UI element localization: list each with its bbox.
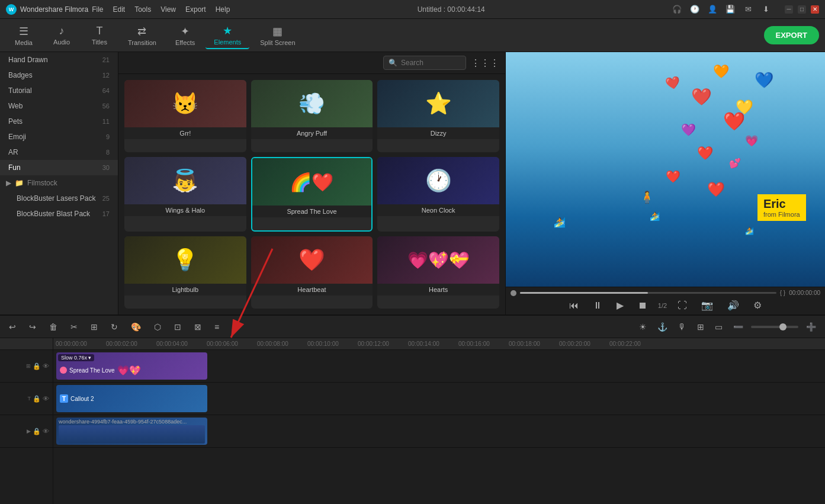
sidebar-item-ar[interactable]: AR 8 [0, 145, 118, 160]
toolbar-elements[interactable]: ★ Elements [206, 22, 249, 49]
redo-button[interactable]: ↪ [26, 321, 39, 333]
toolbar-audio[interactable]: ♪ Audio [44, 23, 79, 48]
progress-handle[interactable] [511, 290, 516, 296]
export-button[interactable]: EXPORT [764, 26, 819, 44]
menu-export[interactable]: Export [185, 5, 206, 14]
text-track-lock[interactable]: 🔒 [33, 395, 41, 403]
thumb-heartbeat: ❤️ [251, 236, 373, 284]
sidebar-count-ar: 8 [106, 149, 110, 156]
menu-view[interactable]: View [160, 5, 176, 14]
mic-button[interactable]: 🎙 [675, 321, 689, 333]
screenshot-button[interactable]: 📷 [698, 298, 717, 312]
menu-edit[interactable]: Edit [113, 5, 126, 14]
mail-icon[interactable]: ✉ [743, 5, 753, 14]
profile-icon[interactable]: 👤 [708, 5, 717, 14]
toolbar-media[interactable]: ☰ Media [6, 23, 41, 49]
volume-button[interactable]: 🔊 [724, 298, 743, 312]
sidebar-item-blockbuster-blast[interactable]: BlockBuster Blast Pack 17 [0, 206, 118, 221]
grid-item-grr[interactable]: 😾 Grr! [124, 80, 246, 152]
zoom-in-button[interactable]: ➕ [803, 321, 819, 333]
overlay-button[interactable]: ▭ [712, 321, 726, 333]
grid-item-wings-halo[interactable]: 👼 Wings & Halo [124, 157, 246, 232]
grid-item-hearts[interactable]: 💗💖💝 Hearts [377, 236, 499, 309]
folder-icon: 📁 [15, 179, 24, 187]
label-spread-love: Spread The Love [252, 206, 372, 217]
effects-clip[interactable]: Slow 0.76x ▾ Spread The Love 💗💖 [56, 352, 207, 380]
grid-item-heartbeat[interactable]: ❤️ Heartbeat [251, 236, 373, 309]
toolbar-titles[interactable]: T Titles [82, 23, 117, 48]
crop-button[interactable]: ⊞ [88, 321, 101, 333]
label-lightbulb: Lightbulb [124, 284, 246, 296]
anchor-button[interactable]: ⚓ [654, 321, 670, 333]
sidebar-item-emoji[interactable]: Emoji 9 [0, 129, 118, 145]
effects-track-lock[interactable]: 🔒 [33, 362, 41, 370]
effects-track-eye[interactable]: 👁 [43, 362, 49, 370]
clock-icon[interactable]: 🕐 [690, 5, 699, 14]
sidebar-item-badges[interactable]: Badges 12 [0, 68, 118, 83]
grid-item-neon-clock[interactable]: 🕐 Neon Clock [377, 157, 499, 232]
video-track-eye[interactable]: 👁 [43, 428, 49, 435]
zoom-out-button[interactable]: ➖ [730, 321, 746, 333]
transform-button[interactable]: ⊡ [171, 321, 184, 333]
stop-button[interactable]: ⏹ [634, 299, 651, 312]
sidebar-item-web[interactable]: Web 56 [0, 98, 118, 114]
video-track-lock[interactable]: 🔒 [33, 428, 41, 435]
grid-item-lightbulb[interactable]: 💡 Lightbulb [124, 236, 246, 309]
label-wings-halo: Wings & Halo [124, 204, 246, 216]
grid-item-dizzy[interactable]: ⭐ Dizzy [377, 80, 499, 152]
minimize-button[interactable]: ─ [785, 5, 793, 14]
heart-10: 💕 [729, 158, 741, 169]
play-pause-button[interactable]: ⏸ [589, 299, 606, 312]
grid-item-angry-puff[interactable]: 💨 Angry Puff [251, 80, 373, 152]
delete-button[interactable]: 🗑 [46, 321, 60, 333]
toolbar-splitscreen[interactable]: ▦ Split Screen [252, 23, 303, 49]
zoom-handle[interactable] [779, 323, 787, 330]
cut-button[interactable]: ✂ [68, 321, 81, 333]
save-icon[interactable]: 💾 [726, 5, 735, 14]
settings-button[interactable]: ⚙ [750, 298, 765, 312]
sidebar-item-blockbuster-lasers[interactable]: BlockBuster Lasers Pack 25 [0, 191, 118, 206]
sidebar-count-tutorial: 64 [102, 87, 110, 94]
toolbar-effects[interactable]: ✦ Effects [167, 23, 203, 49]
play-button[interactable]: ▶ [613, 298, 627, 312]
headset-icon[interactable]: 🎧 [672, 5, 682, 14]
video-clip[interactable]: wondershare-4994fb7-feaa-459b-954f-27c50… [56, 418, 207, 445]
fit-button[interactable]: ⊠ [191, 321, 204, 333]
fullscreen-button[interactable]: ⛶ [674, 299, 691, 312]
sidebar-item-tutorial[interactable]: Tutorial 64 [0, 83, 118, 98]
adjust-button[interactable]: ≡ [211, 321, 222, 333]
caption-button[interactable]: ⊞ [694, 321, 707, 333]
preview-callout: Eric from Filmora [757, 194, 806, 221]
download-icon[interactable]: ⬇ [761, 5, 771, 14]
preview-sub: from Filmora [763, 211, 800, 218]
toolbar-transition[interactable]: ⇄ Transition [120, 23, 165, 49]
thumb-spread-love: 🌈❤️ [252, 158, 372, 206]
progress-bar[interactable] [520, 292, 776, 294]
search-input[interactable] [401, 59, 460, 67]
close-button[interactable]: ✕ [811, 5, 819, 14]
ruler-spacer [0, 338, 53, 350]
rotate-button[interactable]: ↻ [108, 321, 121, 333]
step-back-button[interactable]: ⏮ [566, 299, 582, 312]
maximize-button[interactable]: □ [798, 5, 806, 14]
undo-button[interactable]: ↩ [6, 321, 19, 333]
menu-tools[interactable]: Tools [134, 5, 151, 14]
search-box[interactable]: 🔍 [383, 56, 466, 70]
sidebar-filmstock[interactable]: ▶ 📁 Filmstock [0, 175, 118, 191]
zoom-slider[interactable] [751, 326, 798, 328]
sidebar-item-fun[interactable]: Fun 30 [0, 160, 118, 175]
sidebar-count-blockbuster-blast: 17 [102, 210, 110, 217]
text-clip[interactable]: T Callout 2 [56, 385, 207, 412]
menu-file[interactable]: File [92, 5, 103, 14]
sidebar-item-pets[interactable]: Pets 11 [0, 114, 118, 129]
effect-button[interactable]: ⬡ [151, 321, 164, 333]
text-track-eye[interactable]: 👁 [43, 395, 49, 403]
menu-help[interactable]: Help [216, 5, 230, 14]
sidebar-item-hand-drawn[interactable]: Hand Drawn 21 [0, 52, 118, 68]
label-heartbeat: Heartbeat [251, 284, 373, 296]
sun-button[interactable]: ☀ [636, 321, 650, 333]
color-button[interactable]: 🎨 [128, 321, 144, 333]
grid-options-button[interactable]: ⋮⋮⋮ [471, 57, 499, 69]
effects-clip-hearts: 💗💖 [117, 365, 141, 376]
grid-item-spread-love[interactable]: 🌈❤️ Spread The Love [251, 157, 373, 232]
